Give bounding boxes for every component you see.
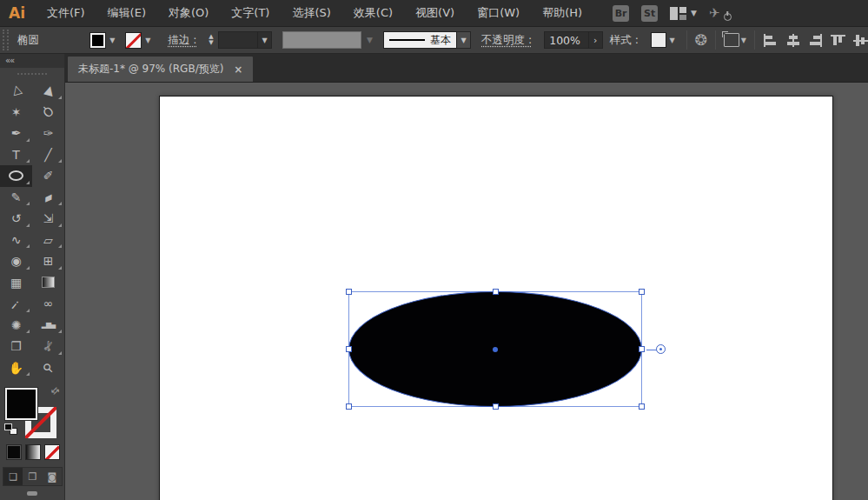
magic-wand-tool[interactable]: ✶	[0, 102, 32, 123]
symbol-sprayer-tool[interactable]: ✺	[0, 315, 32, 337]
free-transform-tool[interactable]: ▱	[32, 230, 64, 251]
none-button[interactable]	[44, 444, 60, 460]
draw-inside-mode[interactable]: ◙	[43, 468, 62, 485]
bridge-icon[interactable]: Br	[613, 5, 629, 22]
collapse-panel-button[interactable]: ««	[0, 54, 64, 68]
hand-tool[interactable]: ✋	[0, 357, 32, 379]
hand-icon: ✋	[9, 362, 23, 374]
live-shape-widget-icon[interactable]	[656, 344, 666, 354]
fill-color-control[interactable]: ▼	[89, 32, 118, 49]
zoom-tool[interactable]: ⚲	[32, 357, 64, 379]
document-setup-control[interactable]: ▼	[724, 33, 746, 47]
menu-item-object[interactable]: 对象(O)	[157, 0, 220, 26]
menu-item-effect[interactable]: 效果(C)	[342, 0, 404, 26]
selection-tool[interactable]: ▷	[0, 80, 32, 102]
artboard-tool[interactable]: ❐	[0, 336, 32, 357]
horizontal-align-center-icon[interactable]	[785, 34, 800, 47]
shape-builder-tool[interactable]: ◉	[0, 250, 32, 272]
menu-item-type[interactable]: 文字(T)	[220, 0, 281, 26]
type-tool[interactable]: T	[0, 144, 32, 166]
tools-panel-grip[interactable]	[0, 68, 64, 80]
slice-icon: ✄	[41, 339, 56, 353]
horizontal-align-right-icon[interactable]	[808, 34, 823, 47]
fill-proxy-swatch[interactable]	[5, 388, 37, 420]
line-segment-tool[interactable]: ╱	[32, 144, 64, 166]
fill-color-swatch[interactable]	[89, 32, 106, 49]
color-button[interactable]	[6, 444, 22, 460]
stroke-color-control[interactable]: ▼	[125, 32, 154, 49]
menu-item-file[interactable]: 文件(F)	[36, 0, 96, 26]
perspective-grid-tool[interactable]: ⊞	[32, 250, 64, 272]
brush-definition-value: 基本	[430, 33, 451, 48]
chevron-down-icon[interactable]: ▼	[142, 32, 154, 49]
graphic-style-swatch[interactable]	[651, 32, 666, 48]
chevron-down-icon[interactable]: ▼	[666, 32, 679, 49]
gpu-performance-icon[interactable]: ✈	[709, 4, 732, 22]
stepper-down-icon[interactable]: ▼	[209, 40, 213, 46]
width-tool[interactable]: ∿	[0, 230, 32, 251]
lasso-tool[interactable]: Ϙ	[32, 102, 64, 123]
vertical-align-top-icon[interactable]	[831, 34, 845, 47]
eraser-tool[interactable]: ▰	[32, 187, 64, 209]
panel-grip[interactable]	[3, 30, 9, 50]
chevron-down-icon[interactable]: ▼	[106, 32, 118, 49]
handle-top-left[interactable]	[346, 289, 352, 295]
column-graph-tool[interactable]: ▂▆▄	[32, 315, 64, 337]
workspace-layout-control[interactable]: ▼	[670, 7, 697, 20]
menu-item-edit[interactable]: 编辑(E)	[96, 0, 157, 26]
opacity-panel-link[interactable]: 不透明度 :	[481, 33, 532, 48]
scale-tool[interactable]: ⇲	[32, 208, 64, 230]
eyedropper-tool[interactable]: ¡	[0, 293, 32, 315]
column-graph-icon: ▂▆▄	[42, 322, 55, 329]
stroke-panel-link[interactable]: 描边 :	[168, 33, 196, 48]
recolor-artwork-icon[interactable]: ❂	[695, 31, 707, 49]
stroke-weight-input[interactable]	[218, 31, 258, 49]
chevron-down-icon[interactable]: ▼	[457, 31, 471, 49]
handle-bottom-right[interactable]	[639, 403, 645, 410]
paintbrush-tool[interactable]: ✐	[32, 165, 64, 187]
opacity-input[interactable]: 100%	[544, 31, 589, 49]
menu-item-view[interactable]: 视图(V)	[404, 0, 466, 26]
tab-close-icon[interactable]: ×	[234, 63, 242, 76]
pencil-tool[interactable]: ✎	[0, 187, 32, 209]
handle-top-right[interactable]	[639, 289, 645, 295]
handle-middle-left[interactable]	[346, 346, 352, 352]
magic-wand-icon: ✶	[11, 106, 22, 118]
menu-item-select[interactable]: 选择(S)	[281, 0, 341, 26]
screen-mode-button[interactable]	[27, 491, 37, 496]
menu-item-help[interactable]: 帮助(H)	[531, 0, 593, 26]
horizontal-align-left-icon[interactable]	[763, 34, 778, 47]
draw-behind-mode[interactable]: ❒	[23, 468, 42, 485]
rotate-tool[interactable]: ↺	[0, 208, 32, 230]
slice-tool[interactable]: ✄	[32, 336, 64, 357]
swap-fill-stroke-icon[interactable]: ⇆	[49, 384, 63, 398]
vertical-align-center-icon[interactable]	[853, 34, 868, 47]
handle-top-center[interactable]	[493, 289, 499, 295]
pen-tool[interactable]: ✒	[0, 123, 32, 144]
direct-selection-tool[interactable]: ▶	[32, 80, 64, 102]
center-point[interactable]	[493, 347, 498, 352]
handle-bottom-center[interactable]	[493, 403, 499, 410]
line-segment-icon: ╱	[44, 149, 51, 161]
stroke-color-swatch[interactable]	[125, 32, 142, 49]
handle-bottom-left[interactable]	[346, 403, 352, 410]
canvas[interactable]	[65, 83, 868, 500]
default-fill-stroke-icon[interactable]	[4, 423, 17, 435]
draw-normal-mode[interactable]: ❑	[3, 468, 23, 485]
mesh-tool[interactable]: ▦	[0, 272, 32, 294]
opacity-forward-button[interactable]: ›	[589, 31, 603, 49]
brush-definition-dropdown[interactable]: 基本	[383, 31, 457, 49]
selection-bounding-box[interactable]	[348, 291, 642, 407]
gradient-button[interactable]	[25, 444, 41, 460]
blend-tool[interactable]: ∞	[32, 293, 64, 315]
width-profile-dropdown[interactable]	[282, 31, 361, 49]
curvature-tool[interactable]: ✑	[32, 123, 64, 144]
stock-icon[interactable]: St	[641, 5, 658, 22]
document-tab[interactable]: 未标题-1* @ 97% (RGB/预览) ×	[68, 57, 253, 82]
menu-item-window[interactable]: 窗口(W)	[466, 0, 531, 26]
stroke-weight-stepper[interactable]: ▲ ▼	[206, 31, 217, 49]
gradient-tool[interactable]	[32, 272, 64, 294]
handle-middle-right[interactable]	[639, 346, 645, 352]
chevron-down-icon[interactable]: ▼	[258, 31, 272, 49]
ellipse-tool[interactable]	[0, 165, 32, 187]
